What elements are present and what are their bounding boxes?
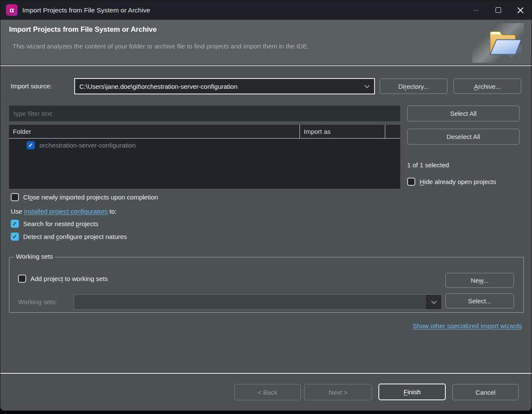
wizard-header: Import Projects from File System or Arch… — [0, 20, 532, 65]
directory-button[interactable]: Directory... — [380, 79, 447, 94]
other-wizards-link[interactable]: Show other specialized import wizards — [413, 322, 522, 329]
combo-dropdown-button[interactable] — [360, 85, 374, 88]
working-sets-value — [74, 295, 426, 309]
table-row[interactable]: ✓ orchestration-server-configuration — [9, 139, 400, 151]
close-icon — [517, 7, 524, 14]
header-separator — [0, 65, 532, 66]
combo-dropdown-button — [426, 295, 441, 309]
import-source-label: Import source: — [11, 82, 52, 90]
import-wizard-dialog: α Import Projects from File System or Ar… — [0, 0, 532, 411]
app-icon: α — [6, 4, 18, 16]
checkbox-checked[interactable]: ✓ — [11, 220, 19, 228]
new-working-set-button[interactable]: New... — [445, 273, 514, 288]
import-source-value: C:\Users\jane.doe\git\orchestration-serv… — [75, 83, 360, 90]
next-button[interactable]: Next > — [304, 384, 372, 400]
directory-label: Di — [398, 83, 404, 90]
chevron-down-icon — [364, 83, 370, 88]
maximize-icon — [496, 7, 501, 13]
check-icon: ✓ — [28, 142, 33, 148]
check-icon: ✓ — [12, 221, 17, 227]
column-header-folder[interactable]: Folder — [9, 125, 300, 138]
deselect-all-button[interactable]: Deselect All — [407, 129, 520, 145]
finish-button[interactable]: Finish — [378, 384, 446, 400]
working-sets-legend: Working sets — [14, 253, 55, 260]
cancel-button[interactable]: Cancel — [452, 384, 519, 400]
installed-configurators-link[interactable]: installed project configurators — [24, 208, 108, 215]
working-sets-label: Working sets: — [18, 298, 57, 305]
select-working-set-button[interactable]: Select... — [445, 293, 514, 308]
column-header-import-as[interactable]: Import as — [300, 125, 385, 138]
window-title: Import Projects from File System or Arch… — [22, 6, 150, 14]
app-icon-glyph: α — [9, 6, 14, 15]
checkbox-checked[interactable]: ✓ — [11, 233, 19, 241]
nested-projects-checkbox[interactable]: ✓ Search for nested projects — [11, 220, 98, 228]
checkbox-unchecked[interactable] — [18, 275, 26, 283]
checkbox-unchecked[interactable] — [11, 193, 19, 201]
window-controls — [465, 0, 532, 20]
minimize-icon — [473, 10, 479, 11]
projects-table: Folder Import as ✓ orchestration-server-… — [9, 125, 400, 189]
row-checkbox-checked[interactable]: ✓ — [27, 141, 35, 149]
close-imported-checkbox[interactable]: Close newly imported projects upon compl… — [11, 193, 158, 201]
filter-input[interactable] — [9, 106, 400, 121]
titlebar: α Import Projects from File System or Ar… — [0, 0, 532, 20]
wizard-title: Import Projects from File System or Arch… — [9, 25, 157, 33]
select-all-button[interactable]: Select All — [407, 106, 520, 121]
footer-separator — [0, 372, 532, 374]
close-button[interactable] — [509, 0, 532, 20]
maximize-button[interactable] — [487, 0, 509, 20]
wizard-description: This wizard analyzes the content of your… — [12, 42, 309, 50]
chevron-down-icon — [431, 299, 437, 304]
selection-status: 1 of 1 selected — [407, 161, 449, 169]
hide-open-projects-checkbox[interactable]: Hide already open projects — [407, 178, 496, 186]
checkbox-unchecked[interactable] — [407, 178, 415, 186]
minimize-button[interactable] — [465, 0, 487, 20]
project-natures-checkbox[interactable]: ✓ Detect and configure project natures — [11, 233, 127, 241]
import-source-combo[interactable]: C:\Users\jane.doe\git\orchestration-serv… — [74, 78, 375, 94]
table-header: Folder Import as — [9, 125, 400, 139]
back-button[interactable]: < Back — [234, 384, 301, 400]
working-sets-group: Working sets Add project to working sets… — [9, 257, 524, 313]
row-folder-name: orchestration-server-configuration — [39, 142, 136, 149]
open-folder-icon — [481, 26, 522, 62]
working-sets-combo-disabled — [74, 294, 442, 310]
check-icon: ✓ — [12, 234, 17, 239]
column-header-extra — [385, 125, 400, 138]
add-to-working-sets-checkbox[interactable]: Add project to working sets — [18, 275, 108, 283]
configurators-line: Use installed project configurators to: — [11, 208, 117, 215]
archive-button[interactable]: Archive... — [453, 79, 521, 94]
